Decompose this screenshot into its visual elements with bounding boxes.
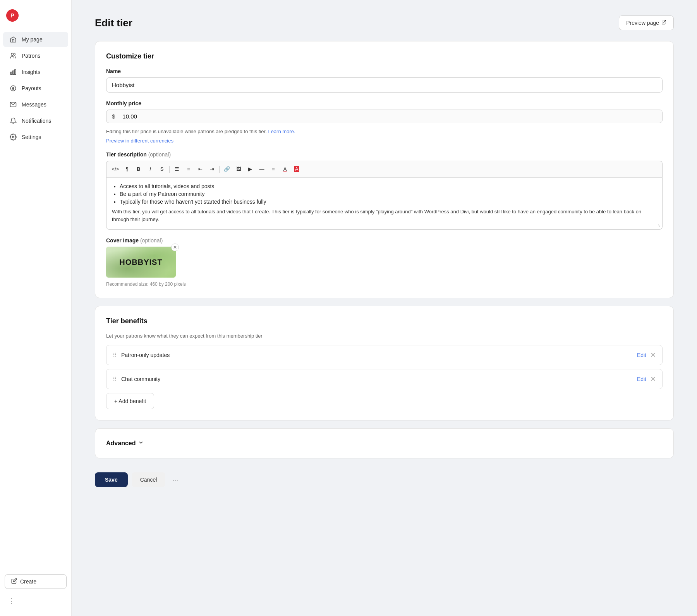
price-row: $ (106, 110, 663, 123)
preview-page-button[interactable]: Preview page (619, 15, 674, 30)
add-benefit-button[interactable]: + Add benefit (106, 393, 154, 409)
gear-icon (9, 133, 17, 141)
bell-icon (9, 117, 17, 125)
benefits-subtitle: Let your patrons know what they can expe… (106, 333, 663, 339)
cover-image: HOBBYIST (106, 247, 176, 278)
cover-image-text: HOBBYIST (119, 258, 162, 267)
sidebar-item-label: Payouts (22, 85, 41, 91)
sidebar-logo: P (0, 6, 71, 31)
benefit-remove-1[interactable]: ✕ (650, 351, 656, 359)
sidebar-item-insights[interactable]: Insights (3, 64, 68, 80)
benefit-row-2: ⠿ Chat community Edit ✕ (106, 369, 663, 389)
price-input[interactable] (122, 113, 657, 120)
cover-image-section: Cover Image (optional) HOBBYIST ✕ Recomm… (106, 237, 663, 287)
svg-point-0 (11, 53, 14, 55)
more-options-icon[interactable]: ⋮ (6, 595, 16, 607)
cover-image-wrap: HOBBYIST ✕ (106, 247, 176, 278)
sidebar-item-settings[interactable]: Settings (3, 129, 68, 145)
dollar-icon (9, 84, 17, 92)
toolbar-ul-btn[interactable]: ☰ (172, 164, 182, 174)
svg-point-7 (12, 136, 14, 138)
price-label: Monthly price (106, 100, 663, 106)
toolbar-paragraph-btn[interactable]: ¶ (122, 164, 132, 174)
benefit-label-2: Chat community (121, 376, 637, 382)
learn-more-link[interactable]: Learn more. (268, 129, 295, 134)
desc-bullet-1: Access to all tutorials, videos and post… (120, 183, 657, 189)
customize-tier-card: Customize tier Name Monthly price $ Edit… (95, 41, 674, 298)
svg-rect-3 (15, 70, 16, 75)
tier-description-editor[interactable]: Access to all tutorials, videos and post… (106, 178, 663, 230)
benefit-edit-2[interactable]: Edit (637, 376, 646, 382)
svg-rect-1 (10, 72, 12, 75)
toolbar-code-btn[interactable]: </> (110, 164, 120, 174)
tier-benefits-card: Tier benefits Let your patrons know what… (95, 306, 674, 420)
desc-bullet-2: Be a part of my Patreon community (120, 191, 657, 197)
toolbar-italic-btn[interactable]: I (145, 164, 155, 174)
price-info-text: Editing this tier price is unavailable w… (106, 128, 663, 136)
sidebar-item-my-page[interactable]: My page (3, 32, 68, 47)
sidebar-item-notifications[interactable]: Notifications (3, 113, 68, 129)
cover-image-label: Cover Image (optional) (106, 237, 663, 244)
sidebar: P My page Patrons Insights (0, 0, 72, 616)
benefit-row-1: ⠿ Patron-only updates Edit ✕ (106, 345, 663, 365)
toolbar-video-btn[interactable]: ▶ (245, 164, 255, 174)
toolbar-link-btn[interactable]: 🔗 (222, 164, 232, 174)
desc-paragraph: With this tier, you will get access to a… (112, 208, 657, 224)
currency-symbol: $ (112, 113, 119, 120)
toolbar-image-btn[interactable]: 🖼 (233, 164, 244, 174)
main-content: Edit tier Preview page Customize tier Na… (72, 0, 697, 616)
page-header: Edit tier Preview page (95, 15, 674, 30)
toolbar-ol-btn[interactable]: ≡ (184, 164, 194, 174)
sidebar-item-label: Settings (22, 134, 41, 140)
sidebar-item-label: Notifications (22, 118, 51, 124)
toolbar-bgcolor-btn[interactable]: A (292, 164, 302, 174)
toolbar-divider-btn[interactable]: — (257, 164, 267, 174)
svg-rect-2 (13, 71, 14, 75)
toolbar-strikethrough-btn[interactable]: S (157, 164, 167, 174)
create-label: Create (20, 578, 36, 585)
toolbar-sep-1 (169, 166, 170, 173)
patreon-logo: P (6, 9, 19, 22)
cover-image-remove-button[interactable]: ✕ (171, 244, 179, 251)
advanced-section-header[interactable]: Advanced (106, 439, 663, 447)
editor-resize-handle[interactable]: ⤡ (658, 223, 661, 228)
toolbar-textcolor-btn[interactable]: A (280, 164, 290, 174)
toolbar-outdent-btn[interactable]: ⇤ (195, 164, 205, 174)
sidebar-item-label: My page (22, 36, 43, 43)
cancel-button[interactable]: Cancel (132, 472, 166, 487)
tier-name-input[interactable] (106, 77, 663, 93)
bar-chart-icon (9, 68, 17, 76)
create-button[interactable]: Create (5, 574, 67, 589)
description-optional: (optional) (148, 151, 171, 158)
page-title: Edit tier (95, 17, 132, 29)
add-benefit-label: + Add benefit (114, 398, 146, 404)
benefit-label-1: Patron-only updates (121, 352, 637, 358)
home-icon (9, 36, 17, 43)
chevron-down-icon (138, 439, 144, 447)
preview-label: Preview page (626, 20, 659, 26)
benefit-edit-1[interactable]: Edit (637, 352, 646, 358)
sidebar-item-payouts[interactable]: Payouts (3, 81, 68, 96)
sidebar-item-label: Patrons (22, 53, 40, 59)
footer-actions: Save Cancel ··· (95, 466, 674, 493)
sidebar-item-messages[interactable]: Messages (3, 97, 68, 112)
preview-currencies-link[interactable]: Preview in different currencies (106, 138, 663, 144)
more-button[interactable]: ··· (169, 473, 181, 487)
save-button[interactable]: Save (95, 472, 128, 487)
editor-toolbar: </> ¶ B I S ☰ ≡ ⇤ ⇥ 🔗 🖼 ▶ — ≡ A A (106, 161, 663, 178)
sidebar-nav: My page Patrons Insights Payouts (0, 31, 71, 571)
svg-line-8 (663, 21, 666, 23)
drag-handle-icon-2[interactable]: ⠿ (113, 376, 117, 382)
users-icon (9, 52, 17, 60)
drag-handle-icon-1[interactable]: ⠿ (113, 352, 117, 358)
sidebar-dots: ⋮ (0, 592, 71, 610)
sidebar-item-patrons[interactable]: Patrons (3, 48, 68, 63)
toolbar-indent-btn[interactable]: ⇥ (207, 164, 217, 174)
edit-icon (11, 578, 17, 585)
customize-section-title: Customize tier (106, 52, 663, 60)
advanced-card: Advanced (95, 428, 674, 458)
benefit-remove-2[interactable]: ✕ (650, 375, 656, 383)
toolbar-align-btn[interactable]: ≡ (268, 164, 278, 174)
toolbar-bold-btn[interactable]: B (134, 164, 144, 174)
advanced-title: Advanced (106, 440, 136, 447)
